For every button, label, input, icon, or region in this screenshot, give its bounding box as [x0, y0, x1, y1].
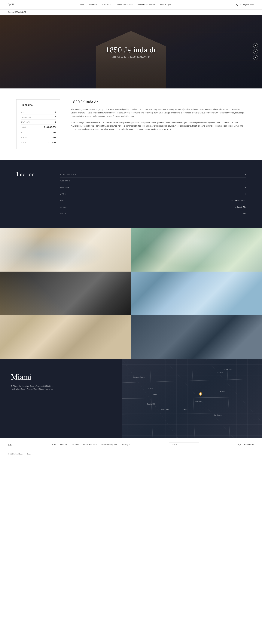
map-label-hialeah: Hialeah: [153, 394, 157, 395]
svg-line-1: [122, 397, 262, 398]
nav-phone: 📞 +1 (786) 956 6585: [236, 4, 254, 6]
highlight-beds: BEDS 5: [20, 110, 56, 115]
bottom-nav-lead-magnet[interactable]: Lead Magnet: [121, 444, 130, 446]
breadcrumb: Estate › 1850 Jelinda DR: [0, 10, 262, 15]
interior-total-bedrooms: TOTAL BEDROOMS 5: [60, 171, 246, 178]
bottom-phone: 📞 +1 (786) 956 6585: [238, 444, 254, 446]
interior-beds: BEDS 220 V Elect, Other: [60, 197, 246, 204]
bottom-nav-about[interactable]: About me: [60, 444, 67, 446]
bottom-nav-links: Home About me Just listed Feature Reside…: [52, 444, 130, 446]
breadcrumb-current: 1850 Jelinda DR: [14, 11, 26, 13]
hero-title: 1850 Jelinda dr: [106, 45, 157, 54]
map-label-hollywood: Hollywood: [217, 372, 223, 373]
gallery-item-6: [131, 315, 262, 359]
gallery-item-3: [0, 272, 131, 315]
bottom-nav-just-listed[interactable]: Just listed: [71, 444, 79, 446]
map-label-country-club: Country Club: [147, 403, 155, 405]
interior-mls-id: MLS ID LR: [60, 210, 246, 217]
property-description: 1850 Jelinda dr The stunning modern esta…: [71, 100, 246, 149]
interior-status: STATUS Hardwood, Tile: [60, 204, 246, 210]
interior-title: Interior: [16, 171, 44, 178]
nav-newest-development[interactable]: Newest development: [138, 4, 155, 6]
nav-feature-residences[interactable]: Feature Residences: [116, 4, 133, 6]
interior-full-baths: FULL BATHS 5: [60, 178, 246, 184]
highlight-year-built: BEDS 1989: [20, 130, 56, 135]
footer-map: Hollywood Hialeah Miami Lakes Opa-locka …: [122, 359, 262, 438]
map-label-sw-ranches: Southwest Ranches: [133, 376, 145, 378]
svg-line-0: [122, 379, 262, 383]
copyright: © 2023 by Real Estate Privacy: [0, 451, 262, 457]
bottom-search-input[interactable]: [169, 442, 199, 447]
bottom-nav-home[interactable]: Home: [52, 444, 56, 446]
highlight-status: STATUS Sold: [20, 135, 56, 140]
map-roads-svg: [122, 359, 262, 438]
hero-prev-arrow[interactable]: ‹: [4, 50, 5, 54]
interior-living: LIVING 5: [60, 191, 246, 197]
nav-lead-magnet[interactable]: Lead Magnet: [160, 4, 171, 6]
social-facebook-button[interactable]: f: [253, 49, 258, 54]
gallery-item-2: [131, 228, 262, 272]
highlight-living: LIVING 8,100 SQ.FT.: [20, 124, 56, 130]
details-section: Highlights BEDS 5 FULL BATHS 7 HALF BATH…: [0, 88, 262, 160]
breadcrumb-separator: ›: [13, 11, 14, 13]
interior-right: TOTAL BEDROOMS 5 FULL BATHS 5 HALF BATH …: [60, 171, 246, 217]
bottom-nav-feature-residences[interactable]: Feature Residences: [83, 444, 97, 446]
gallery-image-1: [0, 228, 131, 272]
highlight-mls-id: MLS ID 22-3498: [20, 140, 56, 145]
highlight-full-baths: FULL BATHS 7: [20, 115, 56, 120]
gallery-image-2: [131, 228, 262, 272]
highlights-title: Highlights: [20, 104, 56, 106]
map-label-pembroke: Pembroke: [147, 388, 153, 389]
city-title: Miami: [11, 372, 111, 381]
hero-subtitle: 1850 Jelinda Drive, SANTA BARBARA, CA: [106, 56, 157, 58]
gallery-item-4: [131, 272, 262, 315]
hero-socials: ✉ f t: [253, 43, 258, 60]
nav-just-listed[interactable]: Just listed: [102, 4, 111, 6]
footer-city: Miami El Rinconcito Argentine Bakery, No…: [0, 359, 122, 438]
breadcrumb-estate[interactable]: Estate: [8, 11, 13, 13]
copyright-text: © 2023 by Real Estate: [8, 453, 23, 455]
main-nav: MY Home About me Just listed Feature Res…: [0, 0, 262, 10]
gallery-image-6: [131, 315, 262, 359]
highlights-card: Highlights BEDS 5 FULL BATHS 7 HALF BATH…: [16, 100, 60, 149]
gallery-image-4: [131, 272, 262, 315]
hero-text: 1850 Jelinda dr 1850 Jelinda Drive, SANT…: [106, 45, 157, 58]
phone-icon: 📞: [236, 4, 238, 6]
svg-line-4: [192, 359, 195, 438]
city-address-line1: El Rinconcito Argentine Bakery, Northeas…: [11, 384, 111, 388]
footer-map-section: Miami El Rinconcito Argentine Bakery, No…: [0, 359, 262, 438]
gallery: [0, 228, 262, 359]
highlight-half-bath: HALF BATH 1: [20, 120, 56, 124]
map-placeholder: Hollywood Hialeah Miami Lakes Opa-locka …: [122, 359, 262, 438]
gallery-item-5: [0, 315, 131, 359]
svg-line-7: [164, 359, 234, 438]
social-email-button[interactable]: ✉: [253, 43, 258, 48]
gallery-image-5: [0, 315, 131, 359]
gallery-item-1: [0, 228, 131, 272]
map-label-dania-beach: Dania Beach: [224, 368, 232, 370]
property-paragraph-1: The stunning modern estate, originally b…: [71, 108, 246, 118]
bottom-phone-icon: 📞: [238, 444, 240, 446]
bottom-nav-newest-development[interactable]: Newest development: [101, 444, 117, 446]
interior-half-bath: HALF BATH 5: [60, 184, 246, 191]
nav-logo: MY: [8, 2, 14, 7]
gallery-image-3: [0, 272, 131, 315]
property-title: 1850 Jelinda dr: [71, 100, 246, 104]
nav-home[interactable]: Home: [79, 4, 84, 6]
map-label-bal-harbour: Bal Harbour: [214, 414, 222, 416]
svg-line-2: [122, 413, 262, 414]
city-address-line2: North Miami Beach, Florida, United State…: [11, 388, 111, 390]
nav-about[interactable]: About me: [89, 4, 97, 6]
map-label-aventura: Aventura: [220, 390, 226, 392]
interior-left: Interior: [16, 171, 44, 217]
svg-line-3: [150, 359, 153, 438]
svg-line-5: [227, 359, 230, 438]
svg-line-8: [206, 359, 262, 422]
privacy-link[interactable]: Privacy: [27, 453, 32, 455]
interior-section: Interior TOTAL BEDROOMS 5 FULL BATHS 5 H…: [0, 160, 262, 228]
map-label-miami-lakes: Miami Lakes: [161, 409, 169, 410]
map-label-north-miami: North Miami: [195, 401, 202, 402]
bottom-search: [169, 442, 199, 447]
social-twitter-button[interactable]: t: [253, 55, 258, 60]
nav-links: Home About me Just listed Feature Reside…: [79, 4, 171, 6]
